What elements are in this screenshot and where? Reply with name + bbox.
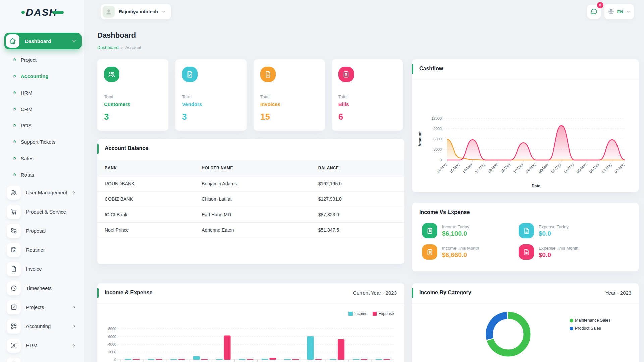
stat-card-value: 6 <box>338 112 396 122</box>
panel-title: Cashflow <box>419 66 443 72</box>
sidebar-item-accounting[interactable]: Accounting <box>0 68 84 84</box>
table-cell: ICICI Bank <box>97 207 202 222</box>
svg-text:02-May: 02-May <box>614 162 626 174</box>
svg-text:08-May: 08-May <box>538 162 549 174</box>
table-cell: $87,823.0 <box>318 207 404 222</box>
stat-card-name: Customers <box>104 101 162 107</box>
chevron-right-icon <box>72 343 76 348</box>
bullet-icon <box>13 157 16 160</box>
sidebar-item-crm[interactable]: CRM <box>0 355 84 362</box>
stat-card-label: Total <box>260 94 318 99</box>
metric-label: Expense Today <box>539 224 569 229</box>
metric-income-today: Income Today$6,100.0 <box>422 223 469 238</box>
sidebar-item-label: CRM <box>21 106 32 112</box>
svg-text:6000: 6000 <box>108 335 116 339</box>
invoices-icon <box>260 67 276 82</box>
stat-card-value: 3 <box>104 112 162 122</box>
logo-dot-icon <box>21 11 25 14</box>
sidebar-item-label: Product & Service <box>26 209 66 215</box>
sidebar-item-label: Accounting <box>26 323 51 329</box>
legend-item-maintenance-sales: Maintenance Sales <box>570 318 610 323</box>
sidebar-item-label: Projects <box>26 304 44 310</box>
metric-label: Income Today <box>442 224 469 229</box>
sidebar-item-proposal[interactable]: Proposal <box>0 221 84 240</box>
users-icon <box>7 186 21 200</box>
chevron-right-icon <box>72 324 76 328</box>
sidebar-item-hrm[interactable]: HRM <box>0 84 84 101</box>
sidebar-item-retainer[interactable]: Retainer <box>0 240 84 259</box>
metric-value: $0.0 <box>539 230 569 237</box>
sidebar-item-rotas[interactable]: Rotas <box>0 167 84 183</box>
breadcrumb-link-dashboard[interactable]: Dashboard <box>97 45 119 50</box>
svg-text:07-May: 07-May <box>550 162 562 174</box>
stat-card-name: Vendors <box>182 101 240 107</box>
chevron-down-icon <box>626 9 631 14</box>
sidebar-item-user-management[interactable]: User Management <box>0 183 84 202</box>
language-selector[interactable]: EN <box>604 4 634 19</box>
sidebar-item-projects[interactable]: Projects <box>0 298 84 317</box>
sidebar-item-product-service[interactable]: Product & Service <box>0 202 84 221</box>
chevron-right-icon <box>72 190 76 195</box>
panel-subtitle: Current Year - 2023 <box>353 290 397 296</box>
bullet-icon <box>13 75 16 78</box>
svg-text:Amount: Amount <box>418 131 422 146</box>
legend-label: Expense <box>378 311 394 316</box>
cart-icon <box>7 205 21 219</box>
sidebar-item-sales[interactable]: Sales <box>0 150 84 167</box>
sidebar-item-project[interactable]: Project <box>0 52 84 68</box>
sidebar-item-crm[interactable]: CRM <box>0 101 84 117</box>
sidebar-item-label: Accounting <box>21 73 49 79</box>
table-cell: Adrienne Eaton <box>202 222 318 238</box>
chevron-down-icon <box>71 38 77 44</box>
svg-text:10-May: 10-May <box>512 162 524 174</box>
stat-card-label: Total <box>338 94 396 99</box>
income-icon <box>422 244 437 260</box>
legend-item-income: Income <box>348 311 367 316</box>
stat-card-label: Total <box>104 94 162 99</box>
sidebar-item-label: User Management <box>26 190 67 195</box>
invoice-icon <box>7 262 21 276</box>
metric-value: $0.0 <box>539 251 578 259</box>
bullet-icon <box>13 124 16 127</box>
chevron-down-icon <box>161 9 166 14</box>
bullet-icon <box>13 58 16 61</box>
column-header: HOLDER NAME <box>202 160 318 176</box>
workspace-dropdown[interactable]: Rajodiya infotech <box>101 4 171 19</box>
projects-icon <box>7 300 21 314</box>
panel-title: Account Balance <box>105 145 148 152</box>
expense-icon <box>519 244 534 260</box>
table-row: ICICI BankEarl Hane MD$87,823.0 <box>97 207 404 222</box>
metric-expense-today: Expense Today$0.0 <box>519 223 569 238</box>
sidebar-item-invoice[interactable]: Invoice <box>0 259 84 279</box>
sidebar-sections: User ManagementProduct & ServiceProposal… <box>0 183 84 362</box>
metric-income-this-month: Income This Month$6,660.0 <box>422 244 479 260</box>
stat-card-bills: TotalBills6 <box>332 59 403 131</box>
table-cell: Chisom Latifat <box>202 191 318 207</box>
sidebar-item-label: Invoice <box>26 266 42 272</box>
clock-icon <box>7 281 21 295</box>
sidebar-item-timesheets[interactable]: Timesheets <box>0 279 84 298</box>
logo-dash-icon <box>52 11 64 14</box>
svg-text:06-May: 06-May <box>563 162 575 174</box>
workspace-name: Rajodiya infotech <box>119 9 158 14</box>
sidebar-item-pos[interactable]: POS <box>0 117 84 134</box>
proposal-icon <box>7 224 21 238</box>
sidebar-item-label: Timesheets <box>26 285 52 291</box>
sidebar-item-support-tickets[interactable]: Support Tickets <box>0 134 84 150</box>
sidebar-item-accounting[interactable]: Accounting <box>0 317 84 336</box>
app-logo: DASH <box>21 7 64 18</box>
svg-text:13-May: 13-May <box>474 162 486 174</box>
income-expense-chart: 02000400060008000 <box>102 319 399 362</box>
svg-text:0: 0 <box>440 158 442 162</box>
home-icon <box>6 34 19 48</box>
sidebar-item-hrm[interactable]: HRM <box>0 336 84 355</box>
income-vs-expense-panel: Income Vs Expense Income Today$6,100.0Ex… <box>412 203 639 272</box>
legend-swatch <box>373 312 377 316</box>
svg-text:15-May: 15-May <box>449 162 461 174</box>
metric-label: Expense This Month <box>539 246 578 251</box>
messages-button[interactable]: 0 <box>587 5 601 19</box>
sidebar-item-dashboard[interactable]: Dashboard <box>4 33 82 49</box>
stat-card-value: 3 <box>182 112 240 122</box>
sidebar-subnav: ProjectAccountingHRMCRMPOSSupport Ticket… <box>0 52 84 183</box>
globe-icon <box>608 8 614 15</box>
